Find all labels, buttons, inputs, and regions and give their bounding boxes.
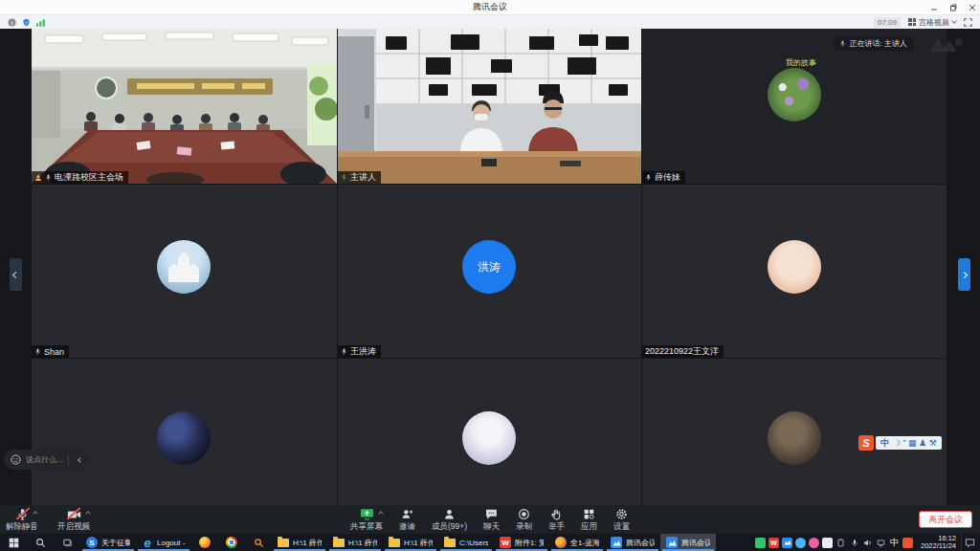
start-video-button[interactable]: 开启视频 bbox=[57, 507, 90, 533]
video-tile-wanghongtao[interactable]: 洪涛 王洪涛 bbox=[338, 185, 641, 358]
folder-icon bbox=[389, 539, 400, 547]
tray-app-pink-icon[interactable] bbox=[809, 538, 819, 548]
video-tile-xuechuanmei[interactable]: 我的故事 薛传妹 bbox=[642, 29, 947, 184]
avatar bbox=[768, 411, 821, 465]
divider bbox=[68, 454, 69, 466]
tray-security-icon[interactable] bbox=[755, 538, 766, 548]
close-icon[interactable] bbox=[969, 4, 976, 11]
collapse-chat-button[interactable] bbox=[74, 452, 87, 467]
taskbar-window-ie-logout[interactable]: e Logout - In... bbox=[136, 534, 191, 551]
tray-cloud-icon[interactable] bbox=[822, 538, 833, 548]
video-options-caret[interactable] bbox=[85, 511, 91, 517]
video-tile-shan[interactable]: Shan bbox=[32, 185, 337, 358]
window-title-text: H:\1 薛传妹... bbox=[348, 538, 377, 548]
chat-button[interactable]: 聊天 bbox=[483, 507, 500, 533]
mic-options-caret[interactable] bbox=[33, 511, 38, 517]
video-tile-participant-7[interactable] bbox=[32, 359, 337, 505]
action-center-button[interactable] bbox=[961, 534, 980, 551]
taskbar-folder-users[interactable]: C:\Users\A... bbox=[438, 534, 494, 551]
window-title-text: H:\1 薛传妹... bbox=[293, 538, 322, 548]
start-button[interactable] bbox=[0, 534, 27, 551]
taskbar-window-s-app[interactable]: S 关于征集第... bbox=[80, 534, 136, 551]
taskbar-meeting-2-active[interactable]: 腾讯会议 bbox=[660, 534, 716, 551]
video-tile-participant-9[interactable] bbox=[642, 359, 947, 505]
window-title-text: 全1-蓝海演... bbox=[570, 538, 599, 548]
avatar bbox=[157, 411, 211, 465]
taskbar-presentation[interactable]: 全1-蓝海演... bbox=[549, 534, 605, 551]
raise-hand-icon bbox=[550, 507, 563, 520]
tray-sogou-icon[interactable] bbox=[902, 538, 913, 548]
restore-icon[interactable] bbox=[949, 4, 957, 11]
tray-mic-icon[interactable] bbox=[849, 538, 859, 548]
avatar bbox=[462, 411, 516, 465]
taskbar-folder-2[interactable]: H:\1 薛传妹... bbox=[327, 534, 383, 551]
unmute-label: 解除静音 bbox=[6, 521, 38, 533]
camera-off-icon bbox=[67, 507, 81, 520]
sogou-ime-bar[interactable]: S 中 ☽ ” ▦ ♟ ⚒ bbox=[858, 435, 942, 451]
ime-tool-icons[interactable]: ☽ ” ▦ ♟ ⚒ bbox=[893, 438, 937, 448]
tray-meeting-icon[interactable] bbox=[782, 538, 792, 548]
chevron-right-icon bbox=[961, 271, 968, 277]
avatar bbox=[768, 240, 821, 294]
taskbar-chrome[interactable] bbox=[218, 534, 245, 551]
taskbar-clock[interactable]: 16:12 2022/11/24 bbox=[916, 535, 961, 550]
tencent-meeting-icon bbox=[611, 537, 622, 548]
mic-icon bbox=[645, 173, 652, 182]
video-tile-wangwenyang[interactable]: 2022210922王文洋 bbox=[642, 185, 947, 358]
chevron-down-icon bbox=[951, 18, 957, 24]
taskbar-folder-3[interactable]: H:\1 薛传妹... bbox=[383, 534, 438, 551]
task-view-button[interactable] bbox=[54, 534, 80, 551]
castle-avatar-graphic bbox=[157, 240, 211, 294]
tile-name-label: Shan bbox=[32, 345, 69, 358]
grid-view-icon bbox=[908, 18, 916, 26]
tencent-meeting-window: 腾讯会议 i 07:09 宫格视频 bbox=[0, 0, 980, 551]
tencent-meeting-icon bbox=[666, 537, 678, 548]
sogou-logo-icon[interactable]: S bbox=[858, 435, 874, 451]
members-label: 成员(99+) bbox=[432, 521, 467, 533]
tray-wps-icon[interactable]: W bbox=[768, 538, 779, 548]
tray-ime-indicator[interactable]: 中 bbox=[889, 538, 900, 548]
taskbar-search-tool[interactable] bbox=[245, 534, 272, 551]
mic-muted-icon bbox=[16, 507, 29, 520]
settings-button[interactable]: 设置 bbox=[613, 507, 630, 533]
participant-name: 主讲人 bbox=[350, 171, 376, 184]
taskbar-meeting-1[interactable]: 腾讯会议 bbox=[605, 534, 660, 551]
share-screen-button[interactable]: 共享屏幕 bbox=[350, 507, 383, 533]
tray-network-icon[interactable] bbox=[876, 538, 886, 548]
layout-switch[interactable]: 宫格视频 bbox=[908, 17, 956, 28]
raise-hand-button[interactable]: 举手 bbox=[548, 507, 565, 533]
ie-icon: e bbox=[142, 537, 153, 548]
tray-volume-icon[interactable] bbox=[862, 538, 873, 548]
minimize-icon[interactable] bbox=[930, 4, 938, 11]
taskbar-wps-doc[interactable]: W 附件1: 第... bbox=[494, 534, 549, 551]
tray-clipboard-icon[interactable] bbox=[835, 538, 846, 548]
members-icon bbox=[443, 507, 456, 520]
chat-quick-input[interactable]: 说点什么... bbox=[4, 450, 91, 470]
speaker-video bbox=[338, 29, 641, 184]
apps-button[interactable]: 应用 bbox=[581, 507, 597, 533]
leave-meeting-button[interactable]: 离开会议 bbox=[919, 511, 972, 528]
share-options-caret[interactable] bbox=[378, 511, 384, 517]
mic-icon bbox=[34, 347, 41, 356]
apps-icon bbox=[583, 507, 595, 520]
prev-page-arrow[interactable] bbox=[10, 258, 22, 291]
tile-name-label: 薛传妹 bbox=[642, 171, 685, 184]
ime-status-bar[interactable]: 中 ☽ ” ▦ ♟ ⚒ bbox=[876, 436, 942, 450]
taskbar-folder-1[interactable]: H:\1 薛传妹... bbox=[272, 534, 327, 551]
taskbar-search-button[interactable] bbox=[27, 534, 54, 551]
next-page-arrow[interactable] bbox=[958, 258, 970, 291]
system-tray: W 中 bbox=[752, 534, 916, 551]
window-title-text: 关于征集第... bbox=[101, 538, 130, 548]
record-button[interactable]: 录制 bbox=[516, 507, 532, 533]
unmute-button[interactable]: 解除静音 bbox=[6, 507, 38, 533]
taskbar-firefox[interactable] bbox=[191, 534, 218, 551]
ime-chinese-mode[interactable]: 中 bbox=[880, 437, 889, 450]
members-button[interactable]: 成员(99+) bbox=[432, 507, 467, 533]
video-tile-main-venue[interactable]: 电溧路校区主会场 bbox=[32, 29, 337, 184]
invite-button[interactable]: 邀请 bbox=[399, 507, 415, 533]
video-tile-participant-8[interactable] bbox=[338, 359, 641, 505]
video-tile-speaker[interactable]: 主讲人 bbox=[338, 29, 641, 184]
emoji-icon bbox=[11, 454, 21, 465]
tray-qq-icon[interactable] bbox=[795, 538, 806, 548]
avatar: 洪涛 bbox=[462, 240, 516, 294]
